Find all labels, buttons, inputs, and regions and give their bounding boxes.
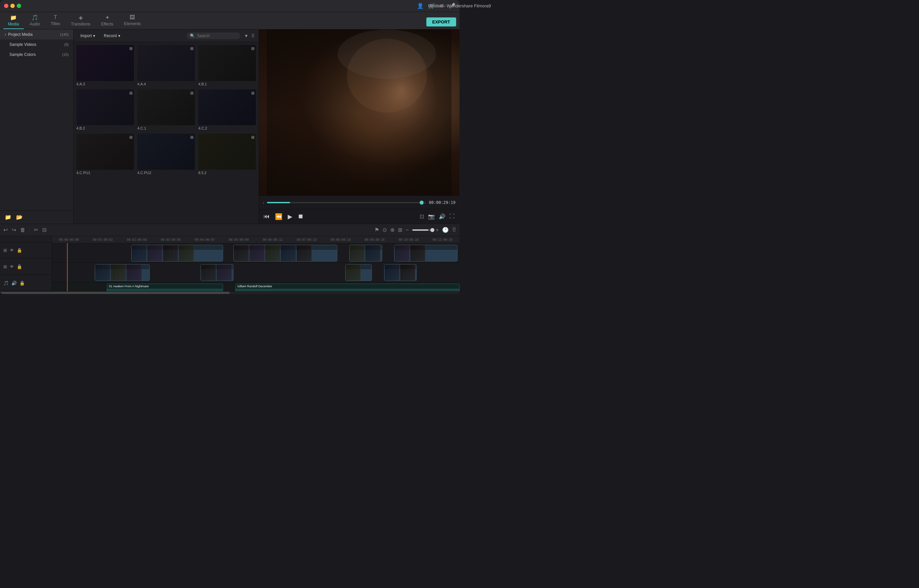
clip-waveform (394, 250, 457, 261)
media-label: 4.B.2 (76, 126, 134, 130)
list-item[interactable]: ⊞ 4.C.1 (137, 89, 195, 131)
stop-button[interactable]: ⏹ (298, 213, 304, 220)
play-button[interactable]: ▶ (288, 213, 292, 220)
clip-16e1[interactable]: 16.E.1 (200, 264, 233, 281)
ruler-mark: 00:05:00:09 (222, 238, 255, 241)
clip-waveform (201, 269, 233, 281)
snapshot-icon[interactable]: 📷 (428, 213, 435, 220)
volume-icon[interactable]: 🔊 (439, 213, 446, 220)
titles-icon: T (54, 15, 57, 20)
list-item[interactable]: ⊞ 4.C.PU2 (137, 134, 195, 175)
track-label-audio: 🎵 🔊 🔒 (0, 275, 52, 291)
delete-button[interactable]: 🗑 (20, 227, 26, 233)
timeline-ruler: 00:00:00:00 00:01:00:02 00:02:00:04 00:0… (52, 236, 460, 244)
lock-icon[interactable]: 🔒 (17, 248, 22, 253)
lock-icon2[interactable]: 🔒 (17, 264, 22, 269)
sidebar-item-sample-videos[interactable]: Sample Videos (9) (0, 39, 73, 50)
import-chevron-icon: ▾ (93, 34, 95, 38)
ruler-mark: 00:08:00:14 (323, 238, 357, 241)
scrubber-end-icon: › (424, 200, 426, 205)
eye-icon2[interactable]: 👁 (10, 264, 14, 269)
preview-controls-bar: ‹ › 00:00:29:19 (259, 195, 460, 209)
timeline-toolbar: ↩ ↪ 🗑 ✂ ⊟ ⚑ ⊙ ⊕ ⊞ − + 🕐 ⠿ (0, 224, 460, 236)
filter-icon[interactable]: ▼ (244, 33, 249, 39)
ruler-mark: 00:02:00:04 (120, 238, 154, 241)
new-folder-icon[interactable]: 📁 (5, 214, 11, 220)
import-media-icon[interactable]: 📂 (16, 214, 23, 220)
volume-track-icon[interactable]: 🔊 (11, 281, 17, 286)
lock-icon3[interactable]: 🔒 (19, 281, 25, 286)
redo-button[interactable]: ↪ (12, 227, 16, 233)
video-track-icon: ⊞ (3, 248, 7, 253)
minus-icon[interactable]: − (405, 227, 409, 233)
scrollbar-thumb[interactable] (0, 292, 230, 294)
record-icon[interactable]: ⊙ (383, 227, 387, 233)
app-title: Untitled - Wondershare Filmora9 (428, 3, 460, 8)
grid-view-icon[interactable]: ⠿ (251, 33, 255, 39)
record-button[interactable]: Record ▾ (101, 32, 123, 39)
close-button[interactable] (4, 4, 8, 8)
svg-point-3 (338, 29, 436, 79)
eye-icon[interactable]: 👁 (10, 248, 14, 253)
tab-titles[interactable]: T Titles (46, 12, 65, 29)
undo-button[interactable]: ↩ (3, 227, 8, 233)
ruler-mark: 00:01:00:02 (86, 238, 120, 241)
timeline-scrubber[interactable] (267, 202, 422, 203)
clip-12c2[interactable]: 12.C.2 (345, 264, 372, 281)
timeline-right-tools: ⚑ ⊙ ⊕ ⊞ − + 🕐 ⠿ (375, 227, 456, 233)
transition-icon[interactable]: ⊞ (398, 227, 402, 233)
list-item[interactable]: ⊞ 4.B.1 (198, 45, 256, 86)
step-back-button[interactable]: ⏪ (275, 213, 282, 220)
grid-icon: ⊞ (190, 135, 194, 140)
list-item[interactable]: ⊞ 4.A.3 (76, 45, 134, 86)
account-icon[interactable]: 👤 (417, 3, 424, 9)
overlay-icon[interactable]: ⊕ (390, 227, 394, 233)
zoom-knob (430, 228, 434, 232)
tab-transitions[interactable]: ◈ Transitions (66, 12, 95, 29)
pip-icon[interactable]: ⊡ (420, 213, 424, 220)
skip-back-button[interactable]: ⏮ (263, 213, 270, 220)
list-item[interactable]: ⊞ 4.C.PU1 (76, 134, 134, 175)
playhead[interactable] (67, 244, 68, 291)
project-media-count: (145) (60, 32, 69, 37)
tab-media[interactable]: 📁 Media (3, 12, 24, 29)
minimize-button[interactable] (10, 4, 15, 8)
cut-button[interactable]: ✂ (34, 227, 38, 233)
grid-icon: ⊞ (251, 46, 255, 51)
clip-12a2[interactable]: 12.A.2 (384, 264, 417, 281)
clip-10a1[interactable]: 10.A.1 (394, 245, 457, 262)
elements-icon: 🖼 (129, 15, 135, 20)
clip-15b2[interactable]: 15.B.2 (131, 245, 223, 262)
export-button[interactable]: EXPORT (426, 18, 456, 26)
ruler-mark: 00:06:00:11 (256, 238, 290, 241)
clip-16c1[interactable]: 16.C.1 (95, 264, 150, 281)
import-button[interactable]: Import ▾ (78, 32, 98, 39)
search-input[interactable] (197, 34, 237, 38)
plus-icon[interactable]: + (436, 227, 439, 233)
list-item[interactable]: ⊞ 4.B.2 (76, 89, 134, 131)
maximize-button[interactable] (17, 4, 21, 8)
zoom-slider[interactable] (412, 229, 432, 231)
fullscreen-icon[interactable]: ⛶ (449, 213, 455, 220)
sidebar-item-project-media[interactable]: › Project Media (145) (0, 29, 73, 39)
window-controls (4, 4, 21, 8)
tab-elements[interactable]: 🖼 Elements (119, 12, 145, 29)
media-thumbnail: ⊞ (198, 89, 256, 126)
clip-12b1[interactable]: 12.B.1 (349, 245, 382, 262)
timeline-scrollbar[interactable] (0, 291, 460, 294)
tab-effects[interactable]: ✦ Effects (97, 12, 118, 29)
list-item[interactable]: ⊞ 4.A.4 (137, 45, 195, 86)
list-item[interactable]: ⊞ 4.C.2 (198, 89, 256, 131)
clip-gilbert[interactable]: Gilbert Randolf December (236, 284, 460, 291)
grid-icon: ⊞ (251, 91, 255, 95)
clock-icon[interactable]: 🕐 (442, 227, 449, 233)
sidebar-item-sample-colors[interactable]: Sample Colors (15) (0, 50, 73, 60)
grid-icon[interactable]: ⠿ (452, 227, 456, 233)
crop-button[interactable]: ⊟ (42, 227, 47, 233)
list-item[interactable]: ⊞ 8.5.2 (198, 134, 256, 175)
flag-icon[interactable]: ⚑ (375, 227, 379, 233)
ruler-mark: 00:03:00:05 (154, 238, 187, 241)
clip-17b1[interactable]: 17.B.1 (233, 245, 337, 262)
tab-audio[interactable]: 🎵 Audio (25, 12, 45, 29)
clip-awaken[interactable]: 01 Awaken From A Nightmare (107, 284, 223, 291)
